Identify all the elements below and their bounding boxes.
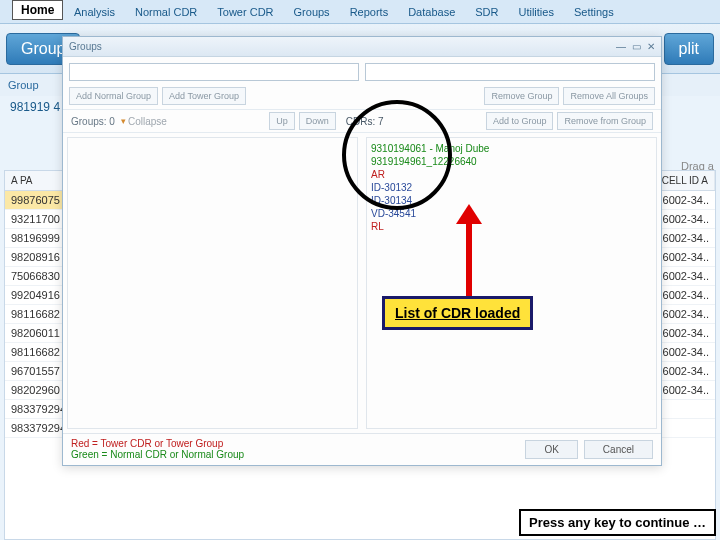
remove-from-group-button[interactable]: Remove from Group bbox=[557, 112, 653, 130]
add-tower-group-button[interactable]: Add Tower Group bbox=[162, 87, 246, 105]
dialog-body: 9310194061 - Manoj Dube9319194961_122266… bbox=[63, 133, 661, 433]
dialog-count-row: Groups: 0 ▾ Collapse Up Down CDRs: 7 Add… bbox=[63, 109, 661, 133]
dialog-footer: Red = Tower CDR or Tower Group Green = N… bbox=[63, 433, 661, 464]
annotation-arrow-head bbox=[456, 204, 482, 224]
cdr-filter-input[interactable] bbox=[365, 63, 655, 81]
cdr-list-item[interactable]: 9310194061 - Manoj Dube bbox=[371, 142, 652, 155]
groups-dialog: Groups — ▭ ✕ Add Normal Group Add Tower … bbox=[62, 36, 662, 466]
annotation-arrow-line bbox=[466, 215, 472, 297]
menu-normal-cdr[interactable]: Normal CDR bbox=[125, 3, 207, 21]
add-normal-group-button[interactable]: Add Normal Group bbox=[69, 87, 158, 105]
close-icon[interactable]: ✕ bbox=[647, 41, 655, 52]
sub-tab-group[interactable]: Group bbox=[8, 79, 39, 91]
collapse-label[interactable]: Collapse bbox=[128, 116, 167, 127]
dialog-inputs bbox=[63, 57, 661, 87]
home-box: Home bbox=[12, 0, 63, 20]
cdr-list-item[interactable]: ID-30132 bbox=[371, 181, 652, 194]
annotation-label: List of CDR loaded bbox=[382, 296, 533, 330]
groups-pane[interactable] bbox=[67, 137, 358, 429]
groups-count: Groups: 0 bbox=[71, 116, 115, 127]
cdrs-count: CDRs: 7 bbox=[346, 116, 384, 127]
menu-database[interactable]: Database bbox=[398, 3, 465, 21]
down-button[interactable]: Down bbox=[299, 112, 336, 130]
menu-utilities[interactable]: Utilities bbox=[508, 3, 563, 21]
menu-reports[interactable]: Reports bbox=[340, 3, 399, 21]
dialog-title: Groups bbox=[69, 41, 102, 52]
maximize-icon[interactable]: ▭ bbox=[632, 41, 641, 52]
cdr-list-item[interactable]: VD-34541 bbox=[371, 207, 652, 220]
cdr-list-item[interactable]: 9319194961_12226640 bbox=[371, 155, 652, 168]
up-button[interactable]: Up bbox=[269, 112, 295, 130]
menu-settings[interactable]: Settings bbox=[564, 3, 624, 21]
dialog-button-row: Add Normal Group Add Tower Group Remove … bbox=[63, 87, 661, 109]
cdrs-pane[interactable]: 9310194061 - Manoj Dube9319194961_122266… bbox=[366, 137, 657, 429]
collapse-icon[interactable]: ▾ bbox=[121, 116, 126, 126]
menu-bar: Analysis Normal CDR Tower CDR Groups Rep… bbox=[0, 0, 720, 24]
legend-green: Green = Normal CDR or Normal Group bbox=[71, 449, 244, 460]
remove-group-button[interactable]: Remove Group bbox=[484, 87, 559, 105]
cdr-list-item[interactable]: AR bbox=[371, 168, 652, 181]
cancel-button[interactable]: Cancel bbox=[584, 440, 653, 459]
group-name-input[interactable] bbox=[69, 63, 359, 81]
remove-all-groups-button[interactable]: Remove All Groups bbox=[563, 87, 655, 105]
dialog-titlebar: Groups — ▭ ✕ bbox=[63, 37, 661, 57]
minimize-icon[interactable]: — bbox=[616, 41, 626, 52]
menu-analysis[interactable]: Analysis bbox=[64, 3, 125, 21]
add-to-group-button[interactable]: Add to Group bbox=[486, 112, 554, 130]
menu-tower-cdr[interactable]: Tower CDR bbox=[207, 3, 283, 21]
menu-sdr[interactable]: SDR bbox=[465, 3, 508, 21]
press-key-prompt: Press any key to continue … bbox=[519, 509, 716, 536]
cdr-list-item[interactable]: RL bbox=[371, 220, 652, 233]
legend-red: Red = Tower CDR or Tower Group bbox=[71, 438, 244, 449]
menu-groups[interactable]: Groups bbox=[284, 3, 340, 21]
cdr-list-item[interactable]: ID-30134 bbox=[371, 194, 652, 207]
ribbon-split-button[interactable]: plit bbox=[664, 33, 714, 65]
ok-button[interactable]: OK bbox=[525, 440, 577, 459]
